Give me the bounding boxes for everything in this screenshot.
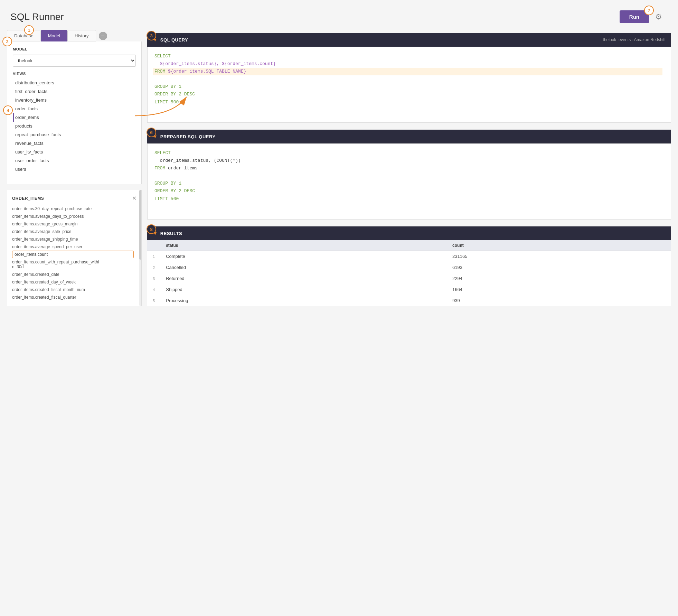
views-list: 4 distribution_centers first_order_facts… <box>13 78 136 174</box>
table-row: 4 Shipped 1664 <box>147 284 671 295</box>
results-header: 8 ▼ RESULTS <box>147 226 671 240</box>
view-order-facts[interactable]: order_facts <box>13 104 136 113</box>
field-count-repeat[interactable]: order_items.count_with_repeat_purchase_w… <box>12 258 134 271</box>
fields-close-button[interactable]: ✕ <box>132 195 136 202</box>
view-first-order-facts[interactable]: first_order_facts <box>13 87 136 96</box>
header-right: Run 7 ⚙ <box>620 10 664 23</box>
right-panel: 3 ▼ SQL QUERY thelook_events · Amazon Re… <box>147 30 671 306</box>
view-inventory-items[interactable]: inventory_items <box>13 96 136 104</box>
prep-line-4: GROUP BY 1 <box>154 180 664 187</box>
sql-line-6: LIMIT 500 <box>154 99 664 106</box>
row-1-status: Complete <box>160 251 447 262</box>
badge-2: 2 <box>2 37 12 46</box>
prepared-sql-title: PREPARED SQL QUERY <box>160 134 216 139</box>
field-avg-spend[interactable]: order_items.average_spend_per_user <box>12 243 134 251</box>
row-5-num: 5 <box>147 295 160 306</box>
badge-7: 7 <box>644 6 654 15</box>
fields-panel: ORDER_ITEMS ✕ order_items.30_day_repeat_… <box>7 190 142 306</box>
field-avg-days[interactable]: order_items.average_days_to_process <box>12 213 134 220</box>
tab-model[interactable]: Model <box>41 30 67 41</box>
results-table-head: status count <box>147 240 671 251</box>
field-created-dow[interactable]: order_items.created_day_of_week <box>12 278 134 286</box>
view-user-order-facts[interactable]: user_order_facts <box>13 156 136 165</box>
sidebar-tabs: 1 Database Model History − <box>7 30 142 41</box>
table-row: 1 Complete 231165 <box>147 251 671 262</box>
field-count-wrapper: 5 order_items.count <box>12 251 134 258</box>
gear-icon[interactable]: ⚙ <box>653 11 664 22</box>
sql-query-header: 3 ▼ SQL QUERY thelook_events · Amazon Re… <box>147 33 671 47</box>
table-row: 3 Returned 2294 <box>147 273 671 284</box>
row-4-status: Shipped <box>160 284 447 295</box>
row-2-count: 6193 <box>447 262 671 273</box>
sql-connection: thelook_events · Amazon Redshift <box>603 37 666 42</box>
view-repeat-purchase-facts[interactable]: repeat_purchase_facts <box>13 130 136 139</box>
scrollbar-thumb <box>139 190 141 260</box>
col-count: count <box>447 240 671 251</box>
prep-line-2: order_items.status, (COUNT(*)) <box>154 157 664 165</box>
row-5-count: 939 <box>447 295 671 306</box>
badge-8: 8 <box>147 224 156 234</box>
model-label: MODEL <box>13 47 136 51</box>
sidebar-panel: 2 MODEL thelook VIEWS 4 distribution_cen… <box>7 41 142 184</box>
view-user-ltv-facts[interactable]: user_ltv_facts <box>13 148 136 156</box>
sql-query-editor[interactable]: SELECT ${order_items.status}, ${order_it… <box>147 47 671 123</box>
view-users[interactable]: users <box>13 165 136 174</box>
badge-4: 4 <box>3 105 13 115</box>
row-5-status: Processing <box>160 295 447 306</box>
views-label: VIEWS <box>13 72 136 76</box>
prepared-sql-editor: SELECT order_items.status, (COUNT(*)) FR… <box>147 143 671 220</box>
fields-title: ORDER_ITEMS <box>12 196 44 201</box>
sql-query-title: SQL QUERY <box>160 37 188 43</box>
sql-query-section: 3 ▼ SQL QUERY thelook_events · Amazon Re… <box>147 33 671 123</box>
row-3-status: Returned <box>160 273 447 284</box>
col-status: status <box>160 240 447 251</box>
field-avg-gross[interactable]: order_items.average_gross_margin <box>12 220 134 228</box>
sql-line-4: GROUP BY 1 <box>154 83 664 91</box>
table-row: 5 Processing 939 <box>147 295 671 306</box>
field-avg-sale[interactable]: order_items.average_sale_price <box>12 228 134 235</box>
view-products[interactable]: products <box>13 122 136 130</box>
prep-line-6: LIMIT 500 <box>154 195 664 203</box>
prepared-sql-section: 6 ▼ PREPARED SQL QUERY SELECT order_item… <box>147 130 671 220</box>
results-header-row: status count <box>147 240 671 251</box>
sidebar: 1 Database Model History − 2 MODEL thelo… <box>7 30 142 306</box>
field-30day[interactable]: order_items.30_day_repeat_purchase_rate <box>12 205 134 213</box>
badge-1: 1 <box>24 25 34 35</box>
field-count[interactable]: order_items.count <box>12 251 134 258</box>
results-table-body: 1 Complete 231165 2 Cancelled 6193 3 <box>147 251 671 306</box>
fields-header: ORDER_ITEMS ✕ <box>12 195 136 202</box>
model-select[interactable]: thelook <box>13 55 136 67</box>
sql-line-2: ${order_items.status}, ${order_items.cou… <box>154 60 664 68</box>
row-3-num: 3 <box>147 273 160 284</box>
view-revenue-facts[interactable]: revenue_facts <box>13 139 136 148</box>
field-created-month[interactable]: order_items.created_fiscal_month_num <box>12 286 134 293</box>
row-2-num: 2 <box>147 262 160 273</box>
results-table-wrapper: status count 1 Complete 231165 2 <box>147 240 671 306</box>
header: SQL Runner Run 7 ⚙ <box>7 7 671 30</box>
tab-database[interactable]: Database <box>7 30 41 41</box>
field-created-date[interactable]: order_items.created_date <box>12 271 134 278</box>
prepared-sql-header: 6 ▼ PREPARED SQL QUERY <box>147 130 671 143</box>
row-3-count: 2294 <box>447 273 671 284</box>
field-created-quarter[interactable]: order_items.created_fiscal_quarter <box>12 293 134 301</box>
tab-history[interactable]: History <box>67 30 96 41</box>
results-title: RESULTS <box>160 231 182 236</box>
app-container: SQL Runner Run 7 ⚙ 1 Database Model Hist… <box>0 0 678 616</box>
row-4-num: 4 <box>147 284 160 295</box>
row-1-num: 1 <box>147 251 160 262</box>
results-table: status count 1 Complete 231165 2 <box>147 240 671 306</box>
sql-line-1: SELECT <box>154 53 664 60</box>
row-1-count: 231165 <box>447 251 671 262</box>
page-title: SQL Runner <box>10 11 64 22</box>
view-order-items[interactable]: order_items <box>13 113 136 122</box>
row-4-count: 1664 <box>447 284 671 295</box>
table-row: 2 Cancelled 6193 <box>147 262 671 273</box>
results-header-left: 8 ▼ RESULTS <box>153 231 182 236</box>
sql-query-header-left: 3 ▼ SQL QUERY <box>153 37 188 43</box>
prep-line-3: FROM order_items <box>154 165 664 172</box>
badge-6: 6 <box>147 128 156 137</box>
view-distribution-centers[interactable]: distribution_centers <box>13 78 136 87</box>
field-avg-shipping[interactable]: order_items.average_shipping_time <box>12 235 134 243</box>
fields-scroll: order_items.30_day_repeat_purchase_rate … <box>12 205 136 301</box>
minus-button[interactable]: − <box>99 32 107 40</box>
